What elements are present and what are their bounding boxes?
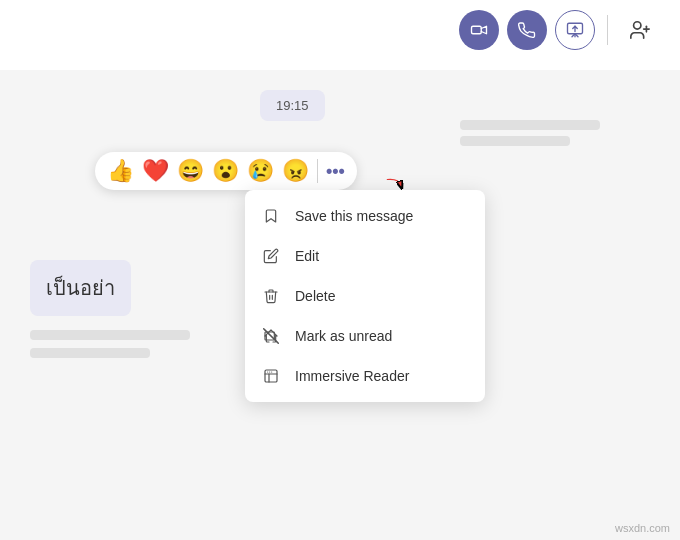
emoji-thumbsup[interactable]: 👍 — [107, 158, 134, 184]
emoji-reaction-bar: 👍 ❤️ 😄 😮 😢 😠 ••• — [95, 152, 357, 190]
placeholder-line-1 — [30, 330, 190, 340]
svg-rect-0 — [472, 26, 482, 34]
emoji-divider — [317, 159, 318, 183]
emoji-more-button[interactable]: ••• — [326, 161, 345, 182]
bookmark-icon — [261, 206, 281, 226]
app-container: 19:15 เป็นอย่า 👍 ❤️ 😄 😮 😢 😠 ••• — [0, 0, 680, 540]
edit-label: Edit — [295, 248, 319, 264]
message-timestamp: 19:15 — [260, 90, 325, 121]
emoji-angry[interactable]: 😠 — [282, 158, 309, 184]
video-call-button[interactable] — [459, 10, 499, 50]
menu-item-immersive[interactable]: Immersive Reader — [245, 356, 485, 396]
watermark: wsxdn.com — [615, 522, 670, 534]
placeholder-line — [460, 120, 600, 130]
toolbar — [459, 10, 660, 50]
phone-icon — [518, 21, 536, 39]
emoji-heart[interactable]: ❤️ — [142, 158, 169, 184]
trash-icon — [261, 286, 281, 306]
svg-point-4 — [634, 22, 641, 29]
mark-unread-label: Mark as unread — [295, 328, 392, 344]
message-placeholders — [30, 330, 190, 366]
emoji-sad[interactable]: 😢 — [247, 158, 274, 184]
people-plus-icon — [629, 19, 651, 41]
share-icon — [566, 21, 584, 39]
context-menu: Save this message Edit Delete — [245, 190, 485, 402]
video-icon — [470, 21, 488, 39]
svg-rect-11 — [265, 370, 277, 382]
toolbar-divider — [607, 15, 608, 45]
immersive-reader-label: Immersive Reader — [295, 368, 409, 384]
audio-call-button[interactable] — [507, 10, 547, 50]
message-placeholder-top — [460, 120, 620, 146]
share-screen-button[interactable] — [555, 10, 595, 50]
placeholder-line-2 — [30, 348, 150, 358]
thai-message-bubble: เป็นอย่า — [30, 260, 131, 316]
menu-item-save[interactable]: Save this message — [245, 196, 485, 236]
pencil-icon — [261, 246, 281, 266]
more-options-button[interactable] — [620, 10, 660, 50]
emoji-grin[interactable]: 😄 — [177, 158, 204, 184]
menu-item-edit[interactable]: Edit — [245, 236, 485, 276]
delete-label: Delete — [295, 288, 335, 304]
save-message-label: Save this message — [295, 208, 413, 224]
emoji-surprised[interactable]: 😮 — [212, 158, 239, 184]
placeholder-line — [460, 136, 570, 146]
menu-item-delete[interactable]: Delete — [245, 276, 485, 316]
immersive-reader-icon — [261, 366, 281, 386]
menu-item-unread[interactable]: Mark as unread — [245, 316, 485, 356]
unread-icon — [261, 326, 281, 346]
